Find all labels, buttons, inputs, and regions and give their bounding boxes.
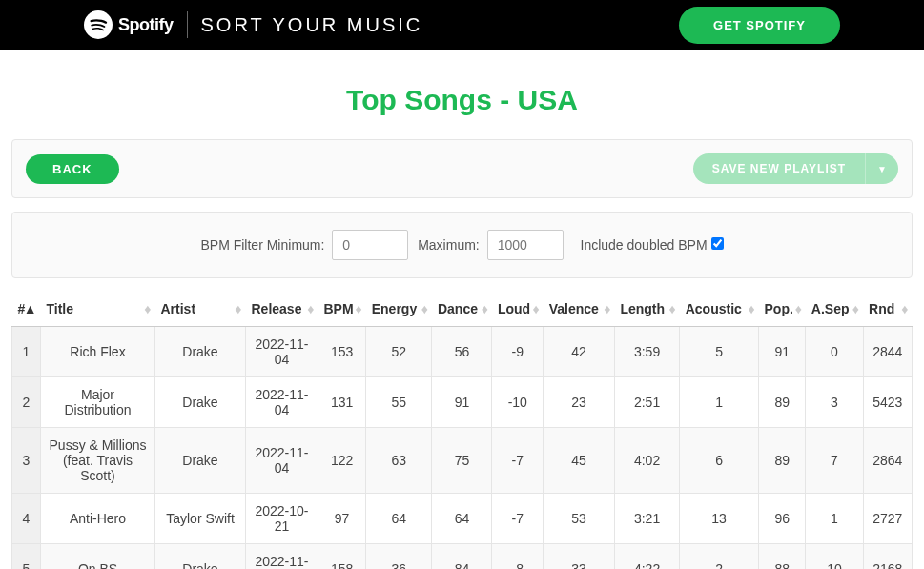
- sort-icon: ♦: [144, 301, 151, 316]
- table-row[interactable]: 1Rich FlexDrake2022-11-041535256-9423:59…: [12, 327, 913, 377]
- cell-title: Pussy & Millions (feat. Travis Scott): [41, 428, 155, 494]
- spotify-icon: [84, 10, 113, 39]
- cell-bpm: 131: [318, 377, 366, 428]
- bpm-min-input[interactable]: [332, 230, 408, 260]
- header-divider: [187, 11, 188, 38]
- spotify-logo[interactable]: Spotify: [84, 10, 174, 39]
- cell-bpm: 158: [318, 544, 366, 570]
- bpm-max-input[interactable]: [487, 230, 564, 260]
- cell-dance: 75: [432, 428, 492, 494]
- cell-pop: 96: [759, 494, 806, 544]
- table-row[interactable]: 5On BSDrake2022-11-041583684-8334:222881…: [12, 544, 913, 570]
- column-header[interactable]: Acoustic♦: [680, 292, 759, 327]
- filter-bar: BPM Filter Minimum: Maximum: Include dou…: [11, 212, 913, 278]
- cell-artist: Drake: [155, 377, 246, 428]
- cell-release: 2022-10-21: [246, 494, 318, 544]
- sort-icon: ♦: [795, 301, 802, 316]
- sort-icon: ♦: [421, 301, 428, 316]
- cell-valence: 45: [544, 428, 615, 494]
- column-header[interactable]: Loud♦: [492, 292, 544, 327]
- sort-icon: ♦: [748, 301, 754, 316]
- cell-acoustic: 13: [680, 494, 759, 544]
- cell-dance: 64: [432, 494, 492, 544]
- back-button[interactable]: BACK: [26, 154, 119, 184]
- doubled-bpm-checkbox[interactable]: [711, 237, 724, 250]
- cell-pop: 89: [759, 377, 806, 428]
- column-header[interactable]: Artist♦: [155, 292, 246, 327]
- cell-acoustic: 6: [680, 428, 759, 494]
- column-header[interactable]: Pop.♦: [759, 292, 806, 327]
- save-dropdown-toggle[interactable]: ▼: [865, 153, 898, 184]
- cell-rnd: 5423: [863, 377, 912, 428]
- table-row[interactable]: 2Major DistributionDrake2022-11-04131559…: [12, 377, 913, 428]
- cell-bpm: 122: [318, 428, 366, 494]
- column-header[interactable]: Dance♦: [432, 292, 492, 327]
- table-row[interactable]: 3Pussy & Millions (feat. Travis Scott)Dr…: [12, 428, 913, 494]
- sort-icon: ♦: [533, 301, 540, 316]
- column-header[interactable]: Valence♦: [544, 292, 615, 327]
- cell-title: On BS: [41, 544, 155, 570]
- bpm-max-label: Maximum:: [418, 237, 480, 253]
- cell-rnd: 2727: [863, 494, 912, 544]
- cell-artist: Drake: [155, 428, 246, 494]
- get-spotify-button[interactable]: GET SPOTIFY: [679, 7, 840, 44]
- cell-energy: 52: [366, 327, 432, 377]
- cell-rnd: 2168: [863, 544, 912, 570]
- table-header-row: #▲Title♦Artist♦Release♦BPM♦Energy♦Dance♦…: [12, 292, 913, 327]
- save-group: SAVE NEW PLAYLIST ▼: [693, 153, 898, 184]
- cell-asep: 1: [806, 494, 863, 544]
- songs-table: #▲Title♦Artist♦Release♦BPM♦Energy♦Dance♦…: [11, 292, 913, 569]
- cell-length: 3:21: [614, 494, 679, 544]
- column-header[interactable]: Release♦: [246, 292, 318, 327]
- sort-icon: ♦: [482, 301, 488, 316]
- save-playlist-button[interactable]: SAVE NEW PLAYLIST: [693, 153, 865, 184]
- cell-asep: 0: [806, 327, 863, 377]
- column-header[interactable]: BPM♦: [318, 292, 366, 327]
- cell-loud: -8: [492, 544, 544, 570]
- cell-valence: 53: [544, 494, 615, 544]
- table-row[interactable]: 4Anti-HeroTaylor Swift2022-10-21976464-7…: [12, 494, 913, 544]
- cell-length: 3:59: [614, 327, 679, 377]
- cell-bpm: 153: [318, 327, 366, 377]
- cell-rnd: 2864: [863, 428, 912, 494]
- column-header[interactable]: Length♦: [614, 292, 679, 327]
- column-header[interactable]: A.Sep♦: [806, 292, 863, 327]
- cell-bpm: 97: [318, 494, 366, 544]
- cell-pop: 88: [759, 544, 806, 570]
- cell-valence: 23: [544, 377, 615, 428]
- sort-icon: ♦: [901, 301, 908, 316]
- top-header: Spotify SORT YOUR MUSIC GET SPOTIFY: [0, 0, 924, 50]
- cell-pop: 91: [759, 327, 806, 377]
- cell-artist: Taylor Swift: [155, 494, 246, 544]
- cell-release: 2022-11-04: [246, 327, 318, 377]
- cell-asep: 7: [806, 428, 863, 494]
- cell-acoustic: 2: [680, 544, 759, 570]
- cell-asep: 3: [806, 377, 863, 428]
- cell-asep: 10: [806, 544, 863, 570]
- cell-length: 2:51: [614, 377, 679, 428]
- spotify-brand-text: Spotify: [118, 15, 174, 35]
- cell-dance: 56: [432, 327, 492, 377]
- column-header[interactable]: Energy♦: [366, 292, 432, 327]
- cell-energy: 55: [366, 377, 432, 428]
- column-header[interactable]: Rnd♦: [863, 292, 912, 327]
- column-header[interactable]: #▲: [12, 292, 41, 327]
- cell-release: 2022-11-04: [246, 428, 318, 494]
- cell-loud: -9: [492, 327, 544, 377]
- logo-group: Spotify SORT YOUR MUSIC: [84, 10, 422, 39]
- cell-n: 2: [12, 377, 41, 428]
- column-header[interactable]: Title♦: [41, 292, 155, 327]
- cell-n: 1: [12, 327, 41, 377]
- cell-n: 4: [12, 494, 41, 544]
- cell-loud: -7: [492, 494, 544, 544]
- cell-energy: 63: [366, 428, 432, 494]
- cell-release: 2022-11-04: [246, 377, 318, 428]
- cell-length: 4:02: [614, 428, 679, 494]
- cell-valence: 33: [544, 544, 615, 570]
- cell-dance: 84: [432, 544, 492, 570]
- bpm-min-label: BPM Filter Minimum:: [200, 237, 324, 253]
- cell-rnd: 2844: [863, 327, 912, 377]
- page-title: Top Songs - USA: [11, 84, 913, 116]
- cell-n: 5: [12, 544, 41, 570]
- sort-icon: ♦: [669, 301, 676, 316]
